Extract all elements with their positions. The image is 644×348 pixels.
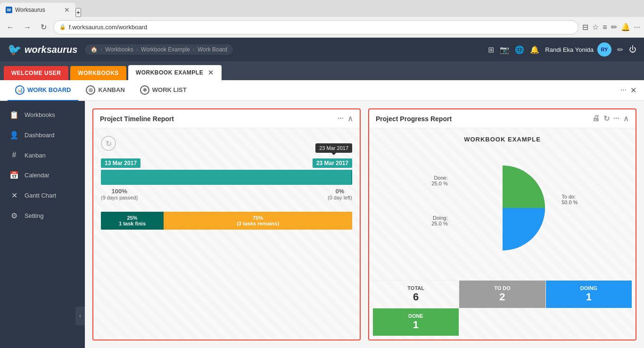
more-icon[interactable]: ···	[634, 23, 640, 32]
stat-done: DONE 1	[373, 308, 459, 336]
tasks-remaining-pct: 75%	[253, 215, 263, 221]
setting-sidebar-icon: ⚙	[9, 211, 19, 220]
timeline-refresh-icon[interactable]: ↻	[101, 136, 116, 151]
progress-refresh-icon[interactable]: ↻	[603, 114, 610, 123]
more-options-icon[interactable]: ···	[620, 86, 627, 95]
workbooks-tab-label: WORKBOOKS	[78, 70, 119, 76]
tasks-remaining-label: (3 tasks remains)	[237, 221, 279, 226]
right-stats: 0% (0 day left)	[328, 188, 352, 200]
breadcrumb-workbook-example[interactable]: Workbook Example	[141, 46, 190, 53]
annotation-icon[interactable]: ✏	[611, 23, 617, 32]
sidebar-item-workbooks[interactable]: 📋 Workbooks	[0, 105, 85, 125]
timeline-date-labels: 13 Mar 2017 23 Mar 2017	[101, 158, 352, 168]
pie-chart-wrapper: Done: 25.0 % Doing: 25.0 % To do: 50.0 %	[427, 147, 578, 269]
sub-tabs-right-actions: ··· ✕	[620, 86, 636, 95]
sidebar-item-setting[interactable]: ⚙ Setting	[0, 206, 85, 226]
menu-icon[interactable]: ≡	[603, 23, 607, 32]
close-tab-btn[interactable]: ✕	[64, 6, 70, 14]
calendar-sidebar-icon: 📅	[9, 171, 19, 180]
timeline-bar	[101, 170, 352, 185]
tab-title: Worksaurus	[15, 7, 45, 13]
workbook-example-tab-label: WORKBOOK EXAMPLE	[136, 69, 203, 76]
breadcrumb-home[interactable]: 🏠	[91, 46, 98, 53]
pie-chart-title: WORKBOOK EXAMPLE	[464, 136, 541, 143]
browser-tab-bar: W Worksaurus ✕ +	[0, 0, 644, 17]
timeline-card-body: ↻ 23 Mar 2017 13 Mar 2017 23 Mar 2017	[93, 128, 360, 340]
project-timeline-card: Project Timeline Report ··· ∧ ↻ 23 Mar 2…	[92, 108, 361, 340]
user-info[interactable]: Randi Eka Yonida RY	[545, 42, 611, 57]
todo-legend: To do: 50.0 %	[561, 194, 578, 205]
globe-icon[interactable]: 🌐	[515, 45, 524, 54]
setting-sidebar-label: Setting	[25, 212, 43, 219]
sidebar-item-kanban[interactable]: # Kanban	[0, 145, 85, 165]
progress-print-icon[interactable]: 🖨	[592, 114, 600, 123]
timeline-collapse-icon[interactable]: ∧	[347, 114, 353, 123]
sidebar-item-calendar[interactable]: 📅 Calendar	[0, 165, 85, 185]
right-sub: (0 day left)	[328, 195, 352, 200]
breadcrumb-workbooks[interactable]: Workbooks	[105, 46, 133, 53]
bell-icon[interactable]: 🔔	[530, 45, 539, 54]
total-value: 6	[378, 291, 454, 303]
sidebar-collapse-button[interactable]: ‹	[75, 307, 85, 325]
left-sub: (9 days passed)	[101, 195, 138, 200]
close-panel-icon[interactable]: ✕	[630, 86, 636, 95]
doing-legend-value: 25.0 %	[432, 221, 448, 226]
tooltip-date: 23 Mar 2017	[315, 143, 352, 153]
task-progress-bar: 25% 1 task finis 75% (3 tasks remains)	[101, 212, 352, 230]
timeline-more-icon[interactable]: ···	[338, 114, 344, 123]
address-bar[interactable]: 🔒 f.worksaurus.com/workboard	[53, 20, 578, 34]
tasks-remaining-segment: 75% (3 tasks remains)	[164, 212, 352, 230]
done-stat-value: 1	[378, 319, 454, 331]
browser-toolbar: ← → ↻ 🔒 f.worksaurus.com/workboard ⊟ ☆ ≡…	[0, 17, 644, 38]
progress-card-header: Project Progress Report 🖨 ↻ ··· ∧	[369, 109, 636, 128]
tab-workbooks[interactable]: WORKBOOKS	[70, 66, 126, 80]
reading-view-icon[interactable]: ⊟	[582, 23, 588, 32]
worksaurus-favicon: W	[6, 7, 12, 13]
url-text: f.worksaurus.com/workboard	[69, 24, 147, 31]
back-button[interactable]: ←	[4, 21, 17, 33]
total-label: TOTAL	[378, 285, 454, 291]
progress-card-title: Project Progress Report	[376, 115, 452, 123]
power-icon[interactable]: ⏻	[629, 45, 636, 54]
work-board-tab-label: WORK BOARD	[27, 86, 71, 93]
todo-legend-label: To do:	[561, 194, 578, 199]
tab-close-icon[interactable]: ✕	[208, 69, 214, 76]
forward-button[interactable]: →	[21, 21, 34, 33]
left-percent: 100%	[101, 188, 138, 195]
timeline-stats: 100% (9 days passed) 0% (0 day left)	[101, 188, 352, 200]
active-browser-tab[interactable]: W Worksaurus ✕	[0, 3, 75, 17]
sidebar-item-gantt[interactable]: ✕ Gantt Chart	[0, 185, 85, 206]
edit-icon[interactable]: ✏	[617, 45, 623, 54]
header-right: ⊞ 📷 🌐 🔔 Randi Eka Yonida RY ✏ ⏻	[488, 42, 636, 57]
timeline-tooltip: 23 Mar 2017	[315, 143, 352, 155]
tab-kanban[interactable]: ◎ KANBAN	[78, 80, 132, 101]
breadcrumb-work-board[interactable]: Work Board	[198, 46, 227, 53]
dashboard-sidebar-icon: 👤	[9, 131, 19, 140]
user-avatar: RY	[597, 42, 611, 57]
sub-tabs-bar: 📊 WORK BOARD ◎ KANBAN ⊕ WORK LIST ··· ✕	[0, 80, 644, 101]
camera-icon[interactable]: 📷	[500, 45, 509, 54]
progress-collapse-icon[interactable]: ∧	[623, 114, 629, 123]
refresh-button[interactable]: ↻	[38, 21, 50, 33]
stat-empty	[459, 308, 632, 336]
app-name: worksaurus	[25, 44, 77, 55]
tab-workbook-example[interactable]: WORKBOOK EXAMPLE ✕	[128, 65, 222, 80]
stats-row-2: DONE 1	[373, 308, 632, 336]
tab-work-list[interactable]: ⊕ WORK LIST	[132, 80, 194, 101]
main-layout: 📋 Workbooks 👤 Dashboard # Kanban 📅 Calen…	[0, 101, 644, 348]
bookmark-icon[interactable]: ☆	[592, 23, 599, 32]
todo-label: TO DO	[464, 285, 540, 291]
tab-work-board[interactable]: 📊 WORK BOARD	[8, 80, 78, 101]
tab-welcome-user[interactable]: WELCOME USER	[4, 66, 68, 80]
user-name: Randi Eka Yonida	[545, 46, 594, 53]
done-legend-label: Done:	[432, 175, 448, 181]
done-legend: Done: 25.0 %	[432, 175, 448, 186]
sidebar-item-dashboard[interactable]: 👤 Dashboard	[0, 125, 85, 145]
notifications-icon[interactable]: 🔔	[621, 23, 630, 32]
new-tab-button[interactable]: +	[75, 8, 81, 17]
progress-more-icon[interactable]: ···	[613, 114, 619, 123]
stats-row-1: TOTAL 6 TO DO 2 DOING 1	[373, 280, 632, 308]
calendar-sidebar-label: Calendar	[25, 172, 50, 179]
windows-icon[interactable]: ⊞	[488, 45, 494, 54]
toolbar-right-icons: ⊟ ☆ ≡ ✏ 🔔 ···	[582, 23, 640, 32]
